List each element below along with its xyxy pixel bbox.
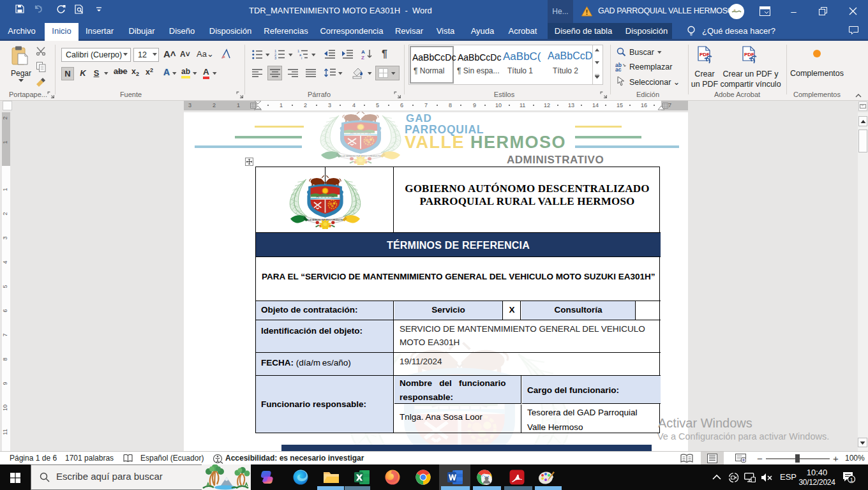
svg-text:1: 1 bbox=[850, 477, 853, 483]
svg-text:i: i bbox=[301, 56, 302, 59]
svg-text:Z: Z bbox=[361, 55, 364, 60]
svg-text:A: A bbox=[361, 49, 365, 55]
svg-text:3: 3 bbox=[274, 56, 276, 59]
svg-text:ac: ac bbox=[615, 66, 622, 71]
